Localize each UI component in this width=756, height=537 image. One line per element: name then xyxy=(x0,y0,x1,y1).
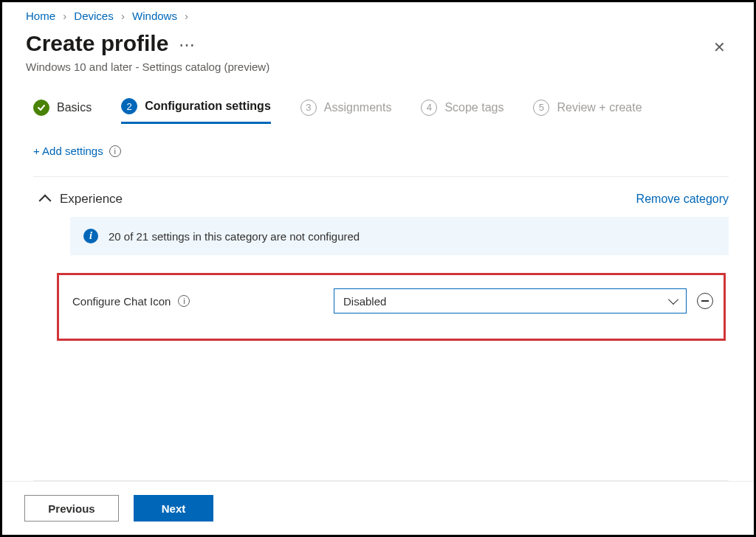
step-number-icon: 5 xyxy=(533,100,549,116)
step-configuration-settings[interactable]: 2 Configuration settings xyxy=(121,98,271,124)
info-icon[interactable]: i xyxy=(178,295,190,307)
step-number-icon: 3 xyxy=(300,100,317,116)
wizard-steps: Basics 2 Configuration settings 3 Assign… xyxy=(2,98,754,124)
page-subtitle: Windows 10 and later - Settings catalog … xyxy=(2,59,754,73)
step-review-create[interactable]: 5 Review + create xyxy=(533,100,642,123)
step-number-icon: 2 xyxy=(121,98,137,114)
chevron-up-icon[interactable] xyxy=(39,195,52,207)
breadcrumb: Home › Devices › Windows › xyxy=(2,2,754,25)
setting-value-dropdown[interactable]: Disabled xyxy=(334,288,687,313)
setting-row: Configure Chat Icon i Disabled xyxy=(72,288,713,313)
add-settings-link[interactable]: + Add settings xyxy=(33,145,103,157)
chevron-right-icon: › xyxy=(185,10,188,22)
step-label: Scope tags xyxy=(444,101,504,114)
highlighted-setting-area: Configure Chat Icon i Disabled xyxy=(57,273,726,341)
step-number-icon: 4 xyxy=(421,100,437,116)
breadcrumb-home[interactable]: Home xyxy=(26,10,55,22)
step-label: Configuration settings xyxy=(145,100,271,113)
check-icon xyxy=(33,100,49,116)
step-assignments[interactable]: 3 Assignments xyxy=(300,100,392,123)
remove-category-link[interactable]: Remove category xyxy=(636,193,729,206)
info-icon: i xyxy=(83,229,98,243)
page-title: Create profile xyxy=(26,31,168,56)
setting-value: Disabled xyxy=(343,295,386,308)
step-label: Assignments xyxy=(324,101,392,114)
breadcrumb-devices[interactable]: Devices xyxy=(74,10,113,22)
remove-setting-button[interactable] xyxy=(697,293,713,309)
chevron-down-icon xyxy=(668,294,678,305)
chevron-right-icon: › xyxy=(121,10,125,22)
footer: Previous Next xyxy=(2,481,754,535)
breadcrumb-windows[interactable]: Windows xyxy=(132,10,177,22)
close-icon[interactable]: ✕ xyxy=(709,35,730,59)
next-button[interactable]: Next xyxy=(134,495,213,522)
setting-label: Configure Chat Icon xyxy=(72,295,171,308)
previous-button[interactable]: Previous xyxy=(24,495,119,522)
step-basics[interactable]: Basics xyxy=(33,100,92,123)
step-scope-tags[interactable]: 4 Scope tags xyxy=(421,100,504,123)
category-name: Experience xyxy=(60,192,123,207)
step-label: Basics xyxy=(57,101,92,114)
more-actions-icon[interactable]: ⋯ xyxy=(179,35,196,55)
info-banner: i 20 of 21 settings in this category are… xyxy=(70,217,729,255)
step-label: Review + create xyxy=(557,101,642,114)
minus-icon xyxy=(701,300,709,302)
chevron-right-icon: › xyxy=(63,10,66,22)
info-icon[interactable]: i xyxy=(109,145,121,157)
info-banner-text: 20 of 21 settings in this category are n… xyxy=(109,230,360,243)
